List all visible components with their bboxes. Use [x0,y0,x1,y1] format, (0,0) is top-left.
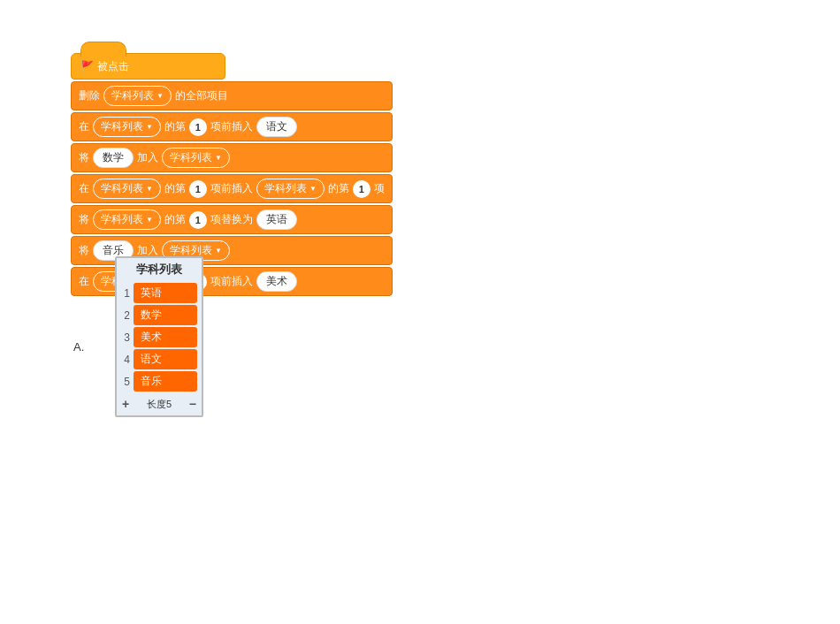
dropdown-list-4a[interactable]: 学科列表 [93,179,161,199]
dropdown-list-3[interactable]: 学科列表 [162,148,230,168]
block-text-replaceto5: 项替换为 [210,212,253,227]
hat-label: 被点击 [97,59,129,74]
value-shuxue[interactable]: 数学 [93,148,134,168]
list-item: 1 英语 [121,283,197,303]
block-replace-yingyu: 将 学科列表 的第 1 项替换为 英语 [71,205,393,234]
num-input-5[interactable]: 1 [189,211,207,229]
block-text-insert4: 项前插入 [210,181,253,196]
block-text-insert7: 项前插入 [210,274,253,289]
block-text-pos2: 的第 [164,119,186,134]
block-text-pos5: 的第 [164,212,186,227]
dropdown-list-5[interactable]: 学科列表 [93,209,161,230]
block-text-at7: 在 [79,274,89,289]
block-insert-yuwen: 在 学科列表 的第 1 项前插入 语文 [71,112,393,141]
list-item: 5 音乐 [121,371,197,392]
dropdown-list-4b[interactable]: 学科列表 [256,179,325,199]
dropdown-list-1[interactable]: 学科列表 [103,86,172,106]
list-display: 学科列表 1 英语 2 数学 3 美术 4 语文 5 音乐 + 长度5 − [115,256,203,417]
block-text-replace5: 将 [79,212,89,227]
block-delete-all: 删除 学科列表 的全部项目 [71,81,393,110]
value-yingyu[interactable]: 英语 [256,209,297,230]
hat-block: 🚩 被点击 [71,53,225,80]
block-text-join3: 加入 [137,150,158,165]
flag-icon: 🚩 [80,60,94,72]
block-text-pos4: 的第 [164,181,186,196]
block-text-all: 的全部项目 [175,88,228,103]
block-text-item4: 项 [374,181,385,196]
list-item: 4 语文 [121,349,197,369]
list-item: 3 美术 [121,327,197,347]
value-meishu[interactable]: 美术 [256,271,297,292]
num-input-4b[interactable]: 1 [353,180,370,198]
block-text-add6: 将 [79,243,89,258]
label-a: A. [73,340,84,354]
block-insert-copy: 在 学科列表 的第 1 项前插入 学科列表 的第 1 项 [71,174,393,203]
list-add-button[interactable]: + [122,397,129,411]
block-text-delete: 删除 [79,88,100,103]
block-text-at4: 在 [79,181,89,196]
list-footer: + 长度5 − [117,393,202,411]
block-text-at2: 在 [79,119,89,134]
num-input-2[interactable]: 1 [189,118,207,136]
block-text-insert2: 项前插入 [210,119,253,134]
num-input-4a[interactable]: 1 [189,180,207,198]
list-items-container: 1 英语 2 数学 3 美术 4 语文 5 音乐 [117,281,202,393]
list-item: 2 数学 [121,305,197,325]
dropdown-list-2[interactable]: 学科列表 [93,117,161,137]
list-title: 学科列表 [117,258,202,281]
block-add-shuxue: 将 数学 加入 学科列表 [71,143,393,172]
block-text-pos4b: 的第 [328,181,349,196]
block-text-add3: 将 [79,150,89,165]
list-length: 长度5 [147,398,172,411]
list-remove-button[interactable]: − [189,397,196,411]
value-yuwen[interactable]: 语文 [256,117,297,137]
